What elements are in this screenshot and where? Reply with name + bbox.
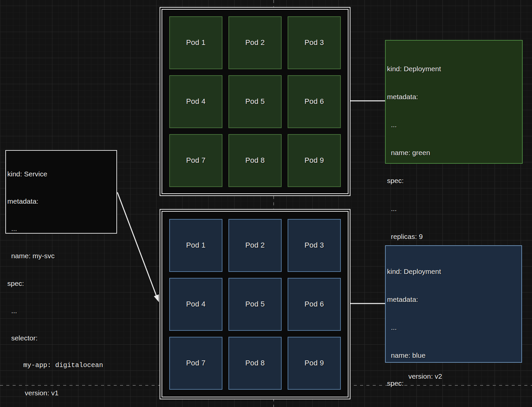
pod-tile[interactable]: Pod 8 [228,134,282,187]
yaml-line: kind: Service [7,169,115,178]
pod-tile[interactable]: Pod 6 [288,278,341,331]
green-pods-grid: Pod 1 Pod 2 Pod 3 Pod 4 Pod 5 Pod 6 Pod … [162,10,348,193]
service-to-blue-arrow[interactable] [117,192,159,302]
pod-tile[interactable]: Pod 8 [228,337,282,390]
pod-tile[interactable]: Pod 2 [228,16,282,69]
pod-tile[interactable]: Pod 5 [228,75,282,128]
pod-tile[interactable]: Pod 9 [288,134,341,187]
yaml-line: selector: [7,333,115,342]
yaml-line: ... [7,224,115,233]
yaml-line: kind: Deployment [387,64,521,74]
blue-pods-group[interactable]: Pod 1 Pod 2 Pod 3 Pod 4 Pod 5 Pod 6 Pod … [160,209,350,399]
yaml-line: metadata: [387,295,520,304]
yaml-line: spec: [387,379,520,388]
pod-tile[interactable]: Pod 1 [169,16,222,69]
yaml-line: spec: [387,176,521,185]
pod-tile[interactable]: Pod 3 [288,16,341,69]
pod-tile[interactable]: Pod 5 [228,278,282,331]
pod-tile[interactable]: Pod 7 [169,337,222,390]
yaml-line: version: v1 [7,388,115,397]
pod-tile[interactable]: Pod 4 [169,75,222,128]
service-yaml-box[interactable]: kind: Service metadata: ... name: my-svc… [5,150,117,234]
yaml-line: name: blue [387,351,520,360]
yaml-line: ... [387,204,521,213]
blue-pods-grid: Pod 1 Pod 2 Pod 3 Pod 4 Pod 5 Pod 6 Pod … [162,212,348,397]
pod-tile[interactable]: Pod 9 [288,337,341,390]
green-deployment-yaml-box[interactable]: kind: Deployment metadata: ... name: gre… [385,40,523,164]
blue-deployment-yaml-box[interactable]: kind: Deployment metadata: ... name: blu… [385,245,522,363]
pod-tile[interactable]: Pod 1 [169,219,222,272]
yaml-line: replicas: 9 [387,232,521,241]
yaml-line: metadata: [387,92,521,102]
yaml-line: name: green [387,148,521,157]
pod-tile[interactable]: Pod 4 [169,278,222,331]
pod-tile[interactable]: Pod 6 [288,75,341,128]
yaml-line: my-app: digitalocean [7,361,115,370]
pod-tile[interactable]: Pod 7 [169,134,222,187]
pod-tile[interactable]: Pod 3 [288,219,341,272]
yaml-line: metadata: [7,197,115,206]
yaml-line: kind: Deployment [387,267,520,276]
yaml-line: name: my-svc [7,251,115,260]
pod-tile[interactable]: Pod 2 [228,219,282,272]
yaml-line: ... [387,120,521,129]
yaml-line: spec: [7,279,115,288]
yaml-line: ... [387,323,520,332]
yaml-line: ... [7,306,115,315]
green-pods-group[interactable]: Pod 1 Pod 2 Pod 3 Pod 4 Pod 5 Pod 6 Pod … [160,7,350,196]
diagram-canvas: Pod 1 Pod 2 Pod 3 Pod 4 Pod 5 Pod 6 Pod … [0,0,532,407]
arrowhead-icon [154,295,159,302]
